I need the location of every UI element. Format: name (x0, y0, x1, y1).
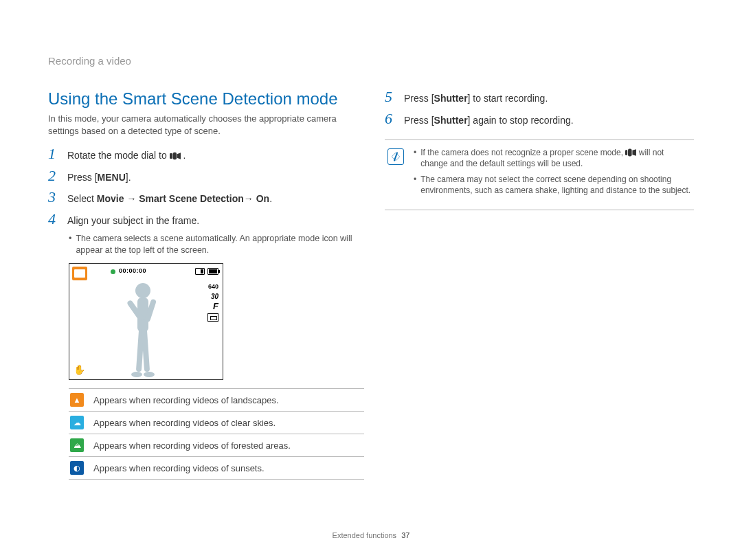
menu-path-on: On (256, 193, 269, 204)
movie-mode-icon (170, 152, 181, 160)
info-note-icon (387, 148, 404, 165)
step-3-prefix: Select (67, 193, 97, 204)
landscape-scene-icon: ▲ (70, 393, 84, 407)
arrow-icon: → (244, 193, 256, 204)
scene-description: Appears when recording videos of sunsets… (93, 463, 265, 473)
step-3: 3 Select Movie → Smart Scene Detection→ … (48, 190, 357, 206)
right-column: 5 Press [Shutter] to start recording. 6 … (385, 55, 694, 480)
menu-path-ssd: Smart Scene Detection (139, 193, 244, 204)
step-number: 3 (48, 190, 60, 205)
breadcrumb: Recording a video (48, 55, 131, 67)
icon-glyph: ▲ (74, 396, 81, 404)
page-number: 37 (401, 531, 409, 539)
step-1: 1 Rotate the mode dial to . (48, 146, 357, 163)
svg-rect-1 (172, 153, 176, 160)
step-5-pre: Press [ (404, 93, 434, 104)
step-6-post: ] again to stop recording. (468, 115, 574, 126)
step-3-suffix: . (269, 193, 272, 204)
sky-scene-icon: ☁ (70, 416, 84, 429)
step-number: 1 (48, 146, 60, 161)
steps-right: 5 Press [Shutter] to start recording. 6 … (385, 89, 694, 127)
step-number: 5 (385, 89, 397, 104)
footer-section: Extended functions (333, 531, 397, 539)
intro-paragraph: In this mode, your camera automatically … (48, 113, 357, 137)
svg-marker-13 (633, 149, 637, 156)
step-1-post: . (183, 150, 186, 161)
menu-label: MENU (98, 172, 126, 183)
sunset-scene-icon: ◐ (70, 461, 84, 475)
step-number: 4 (48, 212, 60, 227)
anti-shake-icon: ✋ (74, 364, 85, 375)
svg-point-3 (135, 283, 150, 298)
step-number: 2 (48, 168, 60, 183)
svg-point-10 (144, 372, 155, 377)
step-number: 6 (385, 111, 397, 126)
step-2: 2 Press [MENU]. (48, 168, 357, 185)
step-1-pre: Rotate the mode dial to (67, 150, 170, 161)
note-item: If the camera does not recognize a prope… (414, 147, 691, 169)
recording-time: 00:00:00 (119, 267, 146, 274)
table-row: ▲ Appears when recording videos of lands… (69, 389, 364, 412)
table-row: ☁ Appears when recording videos of clear… (69, 412, 364, 434)
scene-icon-table: ▲ Appears when recording videos of lands… (69, 388, 364, 480)
section-title: Using the Smart Scene Detection mode (48, 89, 357, 109)
svg-marker-2 (177, 153, 180, 159)
step-5-post: ] to start recording. (468, 93, 548, 104)
record-indicator-icon (111, 269, 115, 274)
battery-icon (207, 268, 218, 275)
resolution-label: 640 (208, 283, 218, 290)
step-4-note-text: The camera selects a scene automatically… (76, 233, 357, 256)
step-text: Press [MENU]. (67, 168, 131, 185)
note-2-text: The camera may not select the correct sc… (420, 174, 691, 196)
fps-label: 30 (211, 293, 218, 300)
steps-left: 1 Rotate the mode dial to . 2 Press [MEN… (48, 146, 357, 227)
info-note-box: If the camera does not recognize a prope… (385, 139, 694, 210)
camera-lcd-preview: 00:00:00 640 30 F ✋ (69, 263, 223, 380)
svg-rect-11 (625, 150, 627, 155)
step-4: 4 Align your subject in the frame. (48, 212, 357, 228)
note-list: If the camera does not recognize a prope… (414, 147, 691, 200)
step-text: Rotate the mode dial to . (67, 146, 186, 163)
storage-icon (195, 268, 205, 275)
table-row: ⛰ Appears when recording videos of fores… (69, 434, 364, 457)
step-5: 5 Press [Shutter] to start recording. (385, 89, 694, 106)
smart-scene-mode-icon (72, 267, 87, 280)
scene-description: Appears when recording videos of clear s… (93, 418, 276, 428)
step-text: Select Movie → Smart Scene Detection→ On… (67, 190, 272, 206)
icon-glyph: ⛰ (74, 441, 81, 449)
step-4-note: The camera selects a scene automatically… (69, 233, 357, 256)
forest-scene-icon: ⛰ (70, 438, 84, 452)
step-2-pre: Press [ (67, 172, 98, 183)
icon-glyph: ◐ (74, 464, 80, 473)
svg-point-9 (131, 372, 142, 377)
svg-rect-12 (628, 149, 632, 157)
icon-glyph: ☁ (74, 418, 81, 427)
metering-icon (207, 313, 218, 322)
svg-rect-0 (170, 153, 172, 159)
scene-description: Appears when recording videos of foreste… (93, 440, 291, 451)
smart-movie-icon (625, 148, 636, 157)
step-6-pre: Press [ (404, 115, 434, 126)
step-text: Align your subject in the frame. (67, 212, 199, 228)
scene-description: Appears when recording videos of landsca… (93, 395, 279, 405)
note-icon-wrap (387, 147, 404, 200)
arrow-icon: → (124, 193, 139, 204)
page-footer: Extended functions 37 (0, 531, 742, 539)
left-column: Using the Smart Scene Detection mode In … (48, 55, 357, 480)
step-text: Press [Shutter] to start recording. (404, 89, 548, 106)
note-1-pre: If the camera does not recognize a prope… (420, 148, 625, 157)
shutter-label: Shutter (434, 115, 468, 126)
subject-silhouette (119, 278, 167, 378)
f-label: F (213, 301, 218, 311)
step-6: 6 Press [Shutter] again to stop recordin… (385, 111, 694, 128)
menu-path-movie: Movie (97, 193, 124, 204)
table-row: ◐ Appears when recording videos of sunse… (69, 457, 364, 480)
shutter-label: Shutter (434, 93, 468, 104)
note-item: The camera may not select the correct sc… (414, 174, 691, 196)
page-body: Using the Smart Scene Detection mode In … (0, 0, 742, 507)
step-text: Press [Shutter] again to stop recording. (404, 111, 574, 128)
step-2-post: ]. (126, 172, 131, 183)
